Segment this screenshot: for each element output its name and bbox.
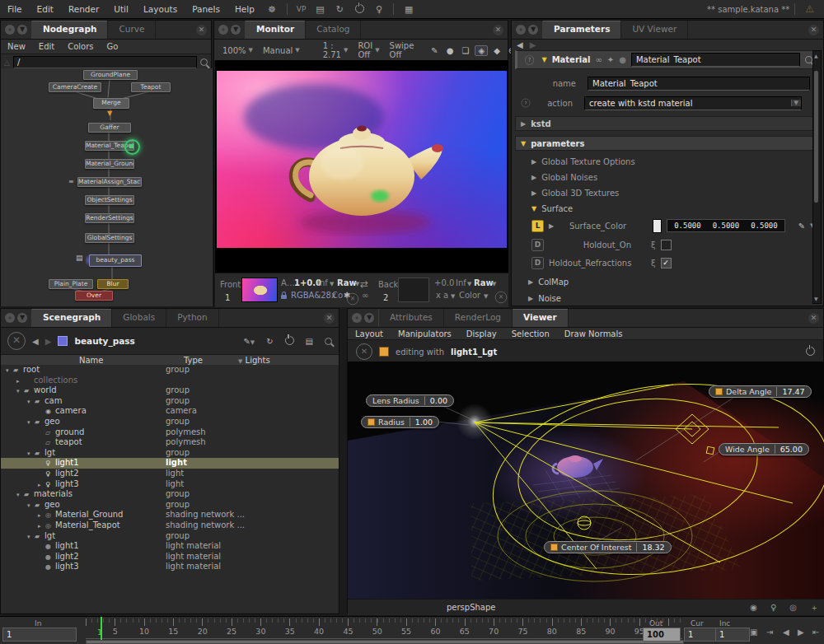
column-name[interactable]: Name (79, 356, 104, 365)
back-colorspace[interactable]: Color (459, 291, 480, 300)
back-icon[interactable]: ◀ (517, 40, 523, 49)
kstd-group[interactable]: ▶kstd (515, 116, 818, 131)
node[interactable]: CameraCreate (49, 82, 101, 92)
front-colorspace[interactable]: Co (332, 291, 343, 300)
slate-icon[interactable]: ▤ (306, 337, 313, 346)
step-forward-icon[interactable]: ▶ (798, 628, 804, 637)
timeline-scrollbar[interactable] (86, 640, 684, 644)
tab-parameters[interactable]: Parameters (543, 21, 621, 39)
group-global-3d-textures[interactable]: ▶Global 3D Textures (531, 185, 824, 200)
light-icon[interactable]: ♀ (764, 603, 783, 612)
compare-icon[interactable]: ◆ (491, 46, 503, 55)
pane-menu-icon[interactable]: ▼ (17, 25, 27, 35)
scenegraph-row[interactable]: ♀light1 light (1, 458, 339, 469)
menu-item[interactable]: Draw Normals (557, 329, 630, 338)
scenegraph-row[interactable]: ▸collections (1, 376, 339, 386)
node[interactable]: Merge (93, 98, 129, 109)
out-field[interactable] (643, 628, 681, 642)
loop-mode-icon[interactable]: ⇤ (812, 628, 819, 637)
gear-icon[interactable]: ☸ (262, 4, 282, 15)
plus-icon[interactable]: ＋ (803, 602, 824, 614)
monitor-image-area[interactable] (215, 60, 508, 273)
column-lights[interactable]: ▼ Lights (238, 356, 270, 365)
scenegraph-row[interactable]: ▸◎Material_Teapot shading network ... (1, 520, 339, 531)
camera-name[interactable]: perspShape (447, 603, 495, 612)
close-icon[interactable]: ✕ (808, 313, 819, 324)
menu-item[interactable]: Layout (348, 329, 391, 338)
profile-icon[interactable]: ♀ (370, 4, 388, 15)
menu-item[interactable]: Colors (61, 42, 100, 51)
drag-handle-icon[interactable]: ξ (651, 259, 656, 268)
node[interactable]: GroundPlane (83, 70, 138, 80)
node[interactable]: Plain_Plate (49, 279, 93, 289)
group-noise[interactable]: ▶Noise (528, 291, 824, 306)
holdout-refractions-checkbox[interactable]: ✓ (661, 258, 672, 268)
center-of-interest-manipulator[interactable]: Center Of Interest18.32 (544, 541, 672, 553)
tab-python[interactable]: Python (166, 309, 218, 327)
node-search-input[interactable] (13, 56, 197, 68)
pane-menu-icon[interactable]: ▼ (231, 25, 241, 35)
front-channels[interactable]: RGBA&28x (291, 291, 336, 300)
search-icon[interactable] (805, 56, 812, 63)
group-colmap[interactable]: ▶ColMap (528, 274, 824, 289)
scenegraph-row[interactable]: ▸♀light3 light (1, 479, 339, 490)
forward-icon[interactable]: ▶ (530, 40, 536, 49)
zoom-dropdown[interactable]: 100%▼ (219, 46, 256, 55)
step-back-icon[interactable]: ◀ (783, 628, 789, 637)
node-name-field[interactable] (631, 53, 800, 67)
settings-icon[interactable]: ◎ (783, 603, 803, 612)
menu-item[interactable]: New (1, 42, 32, 51)
ratio-dropdown[interactable]: 1 : 2.71▼ (320, 41, 352, 59)
close-icon[interactable]: ✕ (493, 25, 503, 35)
back-thumbnail[interactable] (398, 278, 429, 302)
inc-field[interactable] (715, 628, 750, 642)
back-mix[interactable]: x a (436, 291, 448, 300)
parameters-group[interactable]: ▼parameters (515, 136, 818, 151)
tab-catalog[interactable]: Catalog (306, 21, 361, 39)
scenegraph-row[interactable]: ●light2 light material (1, 552, 339, 562)
tab-renderlog[interactable]: RenderLog (444, 309, 513, 327)
menu-item[interactable]: Layouts (136, 4, 185, 14)
default-badge[interactable]: D (531, 239, 544, 251)
help-icon[interactable]: ? (522, 99, 531, 108)
menu-item[interactable]: Panels (185, 4, 227, 14)
edit-flag-icon[interactable] (124, 139, 140, 155)
search-icon[interactable] (200, 58, 208, 66)
delta-angle-manipulator[interactable]: Delta Angle17.47 (709, 385, 812, 398)
scenegraph-row[interactable]: ●light3 light material (1, 562, 339, 572)
scrollbar[interactable]: ▲ ▼ (812, 50, 822, 304)
node[interactable]: GlobalSettings (85, 233, 134, 243)
back-view[interactable]: Raw (474, 278, 494, 287)
node[interactable]: Blur (97, 279, 129, 289)
scenegraph-row[interactable]: ▾▰geo group (1, 500, 339, 511)
collapse-icon[interactable]: ▼ (541, 56, 546, 63)
radius-manipulator[interactable]: Radius1.00 (361, 416, 439, 428)
search-icon[interactable] (325, 338, 332, 345)
pen-dropdown-icon[interactable]: ✎▼ (243, 337, 255, 346)
group-global-texture-options[interactable]: ▶Global Texture Options (531, 154, 824, 169)
wide-angle-manipulator[interactable]: Wide Angle65.00 (719, 443, 809, 455)
node[interactable]: RenderSettings (85, 213, 134, 223)
default-badge[interactable]: D (531, 257, 544, 269)
menu-item[interactable]: Edit (32, 42, 61, 51)
close-icon[interactable]: ✕ (808, 25, 819, 35)
power-icon[interactable] (349, 4, 370, 15)
menu-item[interactable]: Edit (30, 4, 61, 14)
tab-viewer[interactable]: Viewer (513, 309, 569, 327)
clear-front-icon[interactable]: ✕ (347, 293, 358, 305)
pane-menu-icon[interactable]: ▼ (364, 313, 374, 323)
pan-icon[interactable]: ◈ (475, 45, 488, 56)
close-icon[interactable]: ✕ (324, 313, 335, 324)
front-thumbnail[interactable] (241, 278, 278, 302)
pane-add-icon[interactable]: ＋ (5, 313, 15, 323)
in-field[interactable] (2, 628, 77, 642)
expander-icon[interactable]: ▶ (549, 222, 554, 230)
layers-icon[interactable]: ❏ (459, 46, 471, 55)
scenegraph-row[interactable]: ●light1 light material (1, 541, 339, 552)
tab-scenegraph[interactable]: Scenegraph (32, 309, 112, 327)
menu-item[interactable]: Help (227, 4, 262, 14)
link-icon[interactable]: ∞ (595, 55, 602, 64)
menu-item[interactable]: Go (101, 42, 125, 51)
dot-icon[interactable]: ● (619, 55, 626, 64)
eye-icon[interactable]: ◉ (743, 603, 764, 612)
